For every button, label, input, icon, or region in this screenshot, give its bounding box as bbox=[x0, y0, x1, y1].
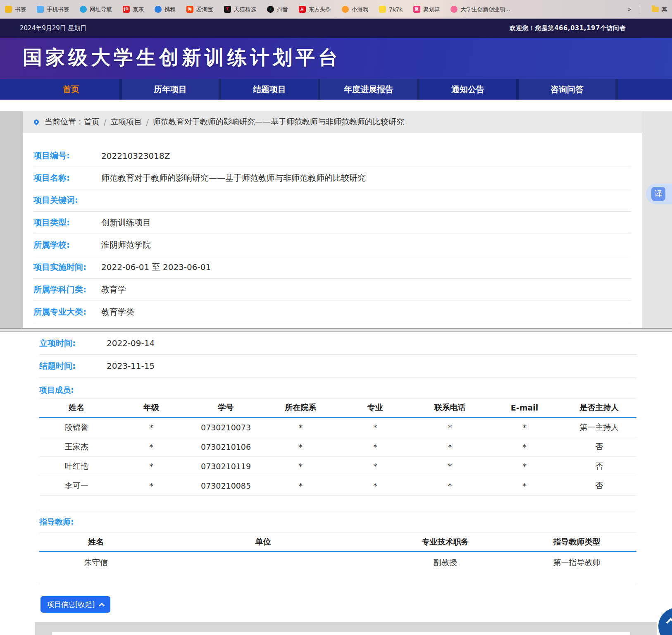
other-bookmarks-label: 其 bbox=[662, 6, 667, 13]
field-row: 项目实施时间: 2022-06-01 至 2023-06-01 bbox=[33, 256, 631, 279]
nav-item[interactable]: 历年项目 bbox=[122, 79, 221, 100]
bookmark-item[interactable]: T 天猫精选 bbox=[224, 6, 256, 13]
field-row: 立项时间: 2022-09-14 bbox=[39, 332, 636, 355]
field-row: 所属专业大类: 教育学类 bbox=[33, 301, 631, 323]
bookmark-item[interactable]: 东 东方头条 bbox=[299, 6, 331, 13]
visitor-counter: 欢迎您！您是第466,031,197个访问者 bbox=[510, 24, 626, 32]
nav-item[interactable]: 咨询问答 bbox=[519, 79, 618, 100]
site-title: 国家级大学生创新训练计划平台 bbox=[23, 45, 341, 71]
bookmark-label: 手机书签 bbox=[47, 6, 69, 13]
bookmark-label: 抖音 bbox=[277, 6, 288, 13]
nav-item[interactable]: 通知公告 bbox=[419, 79, 519, 100]
translate-tab[interactable]: 译 bbox=[646, 184, 672, 204]
members-column-header: 学号 bbox=[188, 402, 263, 413]
bookmark-item[interactable]: 淘 爱淘宝 bbox=[186, 6, 213, 13]
section-separator bbox=[39, 584, 636, 584]
nav-item[interactable]: 结题项目 bbox=[221, 79, 320, 100]
breadcrumb-separator: / bbox=[146, 117, 148, 127]
breadcrumb-current: 师范教育对于教师的影响研究——基于师范教师与非师范教师的比较研究 bbox=[153, 117, 404, 127]
nav-item[interactable]: 首页 bbox=[23, 79, 122, 100]
bookmark-item[interactable]: 大学生创新创业项... bbox=[450, 6, 510, 13]
field-value: 2023-11-15 bbox=[107, 361, 155, 371]
bookmark-favicon-icon bbox=[450, 6, 458, 13]
member-cell: 李可一 bbox=[39, 480, 114, 491]
bookmark-label: 网址导航 bbox=[90, 6, 112, 13]
other-bookmarks-folder-icon[interactable] bbox=[652, 7, 659, 12]
bookmark-label: 大学生创新创业项... bbox=[460, 6, 510, 13]
field-row: 所属学校: 淮阴师范学院 bbox=[33, 234, 631, 256]
bookmark-label: 京东 bbox=[133, 6, 144, 13]
field-label: 立项时间: bbox=[39, 338, 107, 349]
advisor-column-header: 指导教师类型 bbox=[517, 537, 636, 547]
field-value: 202210323018Z bbox=[101, 151, 170, 161]
members-column-header: E-mail bbox=[487, 403, 562, 412]
bookmarks-divider bbox=[640, 5, 640, 14]
bookmark-label: 东方头条 bbox=[309, 6, 331, 13]
bookmark-label: 携程 bbox=[164, 6, 176, 13]
advisor-cell: 第一指导教师 bbox=[517, 557, 636, 568]
bookmark-item[interactable]: ♪ 抖音 bbox=[267, 6, 288, 13]
bookmark-item[interactable]: 7k7k bbox=[379, 6, 403, 13]
bookmark-item[interactable]: 网址导航 bbox=[80, 6, 112, 13]
member-cell: * bbox=[114, 462, 189, 471]
member-cell: 0730210119 bbox=[188, 462, 263, 471]
advisor-column-header: 专业技术职务 bbox=[374, 537, 517, 547]
bookmark-item[interactable]: 聚 聚划算 bbox=[413, 6, 440, 13]
member-cell: * bbox=[487, 462, 562, 471]
bookmark-favicon-icon bbox=[37, 6, 44, 13]
member-cell: * bbox=[412, 481, 487, 490]
member-cell: * bbox=[487, 481, 562, 490]
bookmark-label: 聚划算 bbox=[423, 6, 440, 13]
members-column-header: 联系电话 bbox=[412, 402, 487, 413]
main-nav: 首页历年项目结题项目年度进展报告通知公告咨询问答 bbox=[0, 79, 672, 100]
member-cell: * bbox=[263, 442, 338, 451]
bookmark-item[interactable]: JD 京东 bbox=[123, 6, 144, 13]
breadcrumb-section[interactable]: 立项项目 bbox=[110, 117, 142, 127]
bookmarks-overflow-icon[interactable]: » bbox=[627, 6, 631, 13]
members-column-header: 专业 bbox=[338, 402, 413, 413]
section-separator bbox=[39, 510, 636, 510]
bookmark-favicon-icon bbox=[5, 6, 12, 13]
field-row: 结题时间: 2023-11-15 bbox=[39, 355, 636, 377]
bookmark-favicon-icon bbox=[379, 6, 386, 13]
next-section-panel bbox=[35, 622, 657, 635]
field-value: 教育学类 bbox=[101, 306, 134, 318]
member-cell: 王家杰 bbox=[39, 442, 114, 452]
field-label: 所属专业大类: bbox=[33, 306, 101, 318]
member-cell: 否 bbox=[562, 480, 636, 491]
breadcrumb-prefix: 当前位置： bbox=[45, 117, 84, 127]
advisors-section-label: 指导教师: bbox=[39, 517, 74, 528]
member-cell: * bbox=[487, 442, 562, 451]
bookmark-item[interactable]: 书签 bbox=[5, 6, 26, 13]
members-column-header: 所在院系 bbox=[263, 402, 338, 413]
member-cell: * bbox=[412, 423, 487, 432]
field-label: 项目编号: bbox=[33, 150, 101, 161]
bookmark-label: 天猫精选 bbox=[234, 6, 256, 13]
field-row: 所属学科门类: 教育学 bbox=[33, 279, 631, 301]
member-cell: * bbox=[338, 462, 413, 471]
members-column-header: 年级 bbox=[114, 402, 189, 413]
field-value: 2022-09-14 bbox=[107, 338, 155, 348]
bookmark-item[interactable]: 手机书签 bbox=[37, 6, 69, 13]
bookmark-favicon-icon: 东 bbox=[299, 6, 306, 13]
nav-item[interactable]: 年度进展报告 bbox=[320, 79, 419, 100]
content-area-top: 当前位置： 首页 / 立项项目 / 师范教育对于教师的影响研究——基于师范教师与… bbox=[0, 111, 672, 329]
members-table: 姓名年级学号所在院系专业联系电话E-mail是否主持人 段锦誉 * 073021… bbox=[39, 398, 636, 496]
bookmark-favicon-icon: 聚 bbox=[413, 6, 420, 13]
field-value: 淮阴师范学院 bbox=[101, 239, 151, 251]
collapse-project-info-button[interactable]: 项目信息[收起] bbox=[41, 596, 110, 613]
field-label: 项目类型: bbox=[33, 217, 101, 228]
member-cell: * bbox=[487, 423, 562, 432]
field-label: 结题时间: bbox=[39, 360, 107, 372]
bookmark-item[interactable]: 小游戏 bbox=[342, 6, 369, 13]
bookmark-item[interactable]: 携程 bbox=[155, 6, 176, 13]
screenshot-seam bbox=[0, 328, 672, 332]
member-row: 段锦誉 * 0730210073 * * * * 第一主持人 bbox=[39, 418, 636, 437]
member-cell: 第一主持人 bbox=[562, 422, 636, 433]
field-value: 2022-06-01 至 2023-06-01 bbox=[101, 262, 211, 273]
member-cell: 0730210085 bbox=[188, 481, 263, 490]
member-cell: * bbox=[338, 423, 413, 432]
member-cell: * bbox=[412, 442, 487, 451]
members-column-header: 是否主持人 bbox=[562, 402, 636, 413]
breadcrumb-home[interactable]: 首页 bbox=[84, 117, 100, 127]
